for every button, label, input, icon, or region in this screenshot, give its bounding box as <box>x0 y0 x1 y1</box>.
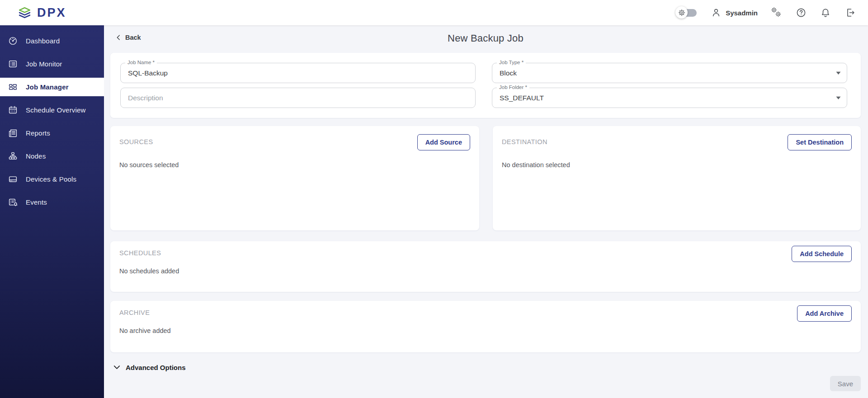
app-logo: DPX <box>17 6 66 20</box>
save-row: Save <box>110 376 861 391</box>
sidebar-item-devices-pools[interactable]: Devices & Pools <box>0 170 104 188</box>
save-button[interactable]: Save <box>830 376 861 391</box>
sidebar-item-label: Nodes <box>26 152 46 160</box>
caret-down-icon <box>836 71 841 75</box>
schedule-overview-icon <box>8 105 18 115</box>
destination-title: DESTINATION <box>502 134 547 145</box>
sidebar-item-label: Events <box>26 198 47 206</box>
advanced-options-toggle[interactable]: Advanced Options <box>110 364 186 371</box>
destination-empty-text: No destination selected <box>502 161 852 169</box>
user-name: Sysadmin <box>726 9 758 17</box>
schedules-empty-text: No schedules added <box>119 267 852 275</box>
sidebar-item-dashboard[interactable]: Dashboard <box>0 32 104 50</box>
sidebar-item-label: Devices & Pools <box>26 175 76 183</box>
devices-pools-icon <box>8 174 18 184</box>
gear-toggle-knob-icon <box>675 6 688 19</box>
notifications-bell-icon[interactable] <box>820 7 831 18</box>
job-type-select[interactable]: Job Type * Block <box>492 63 847 83</box>
archive-empty-text: No archive added <box>119 327 852 334</box>
sources-title: SOURCES <box>119 134 153 145</box>
destination-panel: DESTINATION Set Destination No destinati… <box>493 126 861 230</box>
sidebar-item-label: Schedule Overview <box>26 106 86 114</box>
sidebar-item-label: Job Manager <box>26 83 69 91</box>
dashboard-icon <box>8 36 18 46</box>
schedules-panel: SCHEDULES Add Schedule No schedules adde… <box>110 241 861 292</box>
top-bar: DPX Sysadmin <box>0 0 868 25</box>
job-type-label: Job Type * <box>497 60 526 65</box>
sources-panel: SOURCES Add Source No sources selected <box>110 126 479 230</box>
sidebar-item-label: Dashboard <box>26 37 60 45</box>
job-details-card: Job Name * Job Type * Block Job Folder *… <box>110 53 861 118</box>
sidebar-item-reports[interactable]: Reports <box>0 124 104 142</box>
add-source-button[interactable]: Add Source <box>417 134 470 150</box>
help-icon[interactable] <box>796 7 807 18</box>
sidebar-item-events[interactable]: Events <box>0 193 104 211</box>
form-left-column: Job Name * <box>120 63 476 108</box>
sidebar-item-label: Reports <box>26 129 50 137</box>
job-manager-icon <box>8 82 18 92</box>
back-label: Back <box>125 34 141 41</box>
page-header: Back New Backup Job <box>110 30 861 48</box>
job-folder-select[interactable]: Job Folder * SS_DEFAULT <box>492 88 847 108</box>
description-field[interactable] <box>120 88 476 108</box>
sources-destination-row: SOURCES Add Source No sources selected D… <box>110 126 861 230</box>
logo-layers-icon <box>17 6 32 19</box>
archive-panel: ARCHIVE Add Archive No archive added <box>110 301 861 352</box>
add-archive-button[interactable]: Add Archive <box>797 305 852 322</box>
job-type-value: Block <box>500 69 517 77</box>
sidebar-item-nodes[interactable]: Nodes <box>0 147 104 165</box>
topbar-actions: Sysadmin <box>675 6 855 19</box>
sidebar-nav: Dashboard Job Monitor Job Manager <box>0 25 104 398</box>
user-icon <box>711 7 722 18</box>
set-destination-button[interactable]: Set Destination <box>788 134 852 150</box>
job-name-input[interactable] <box>128 69 468 77</box>
sidebar-item-job-monitor[interactable]: Job Monitor <box>0 55 104 73</box>
job-name-field[interactable]: Job Name * <box>120 63 476 83</box>
logout-icon[interactable] <box>844 7 855 18</box>
main-content: Back New Backup Job Job Name * Job Type … <box>104 25 868 398</box>
add-schedule-button[interactable]: Add Schedule <box>792 246 852 262</box>
admin-gears-icon[interactable] <box>771 7 782 18</box>
chevron-down-icon <box>113 364 121 371</box>
sources-empty-text: No sources selected <box>119 161 470 169</box>
schedules-title: SCHEDULES <box>119 246 161 257</box>
reports-icon <box>8 128 18 138</box>
sidebar-item-job-manager[interactable]: Job Manager <box>0 78 104 96</box>
events-icon <box>8 197 18 207</box>
advanced-options-label: Advanced Options <box>126 364 186 371</box>
job-folder-value: SS_DEFAULT <box>500 94 544 102</box>
job-name-label: Job Name * <box>125 60 157 65</box>
caret-down-icon <box>836 96 841 100</box>
sidebar-item-schedule-overview[interactable]: Schedule Overview <box>0 101 104 119</box>
sidebar-item-label: Job Monitor <box>26 60 62 68</box>
form-right-column: Job Type * Block Job Folder * SS_DEFAULT <box>492 63 847 108</box>
page-title: New Backup Job <box>110 30 861 44</box>
job-monitor-icon <box>8 59 18 69</box>
user-menu[interactable]: Sysadmin <box>711 7 758 18</box>
description-input[interactable] <box>128 94 468 102</box>
logo-text: DPX <box>37 6 66 20</box>
chevron-left-icon <box>115 34 121 41</box>
back-button[interactable]: Back <box>115 34 141 41</box>
settings-toggle[interactable] <box>675 6 697 19</box>
archive-title: ARCHIVE <box>119 305 150 316</box>
nodes-icon <box>8 151 18 161</box>
job-folder-label: Job Folder * <box>497 84 529 90</box>
